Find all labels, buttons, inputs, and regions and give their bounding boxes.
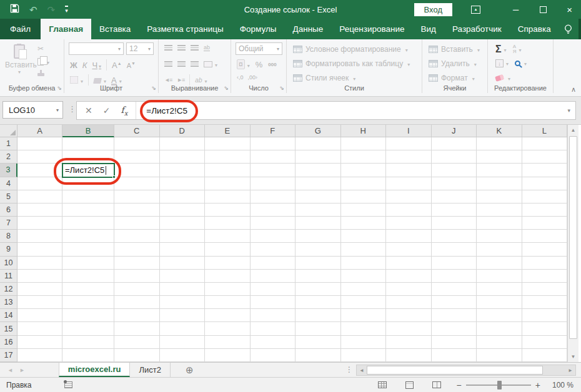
cut-icon[interactable]: ✂	[37, 44, 49, 53]
align-top-icon[interactable]	[164, 45, 172, 51]
cell-L5[interactable]	[522, 190, 568, 203]
cell-D2[interactable]	[160, 150, 206, 164]
cell-H13[interactable]	[341, 296, 387, 309]
cell-D13[interactable]	[160, 296, 206, 309]
format-painter-icon[interactable]	[37, 73, 44, 76]
cell-F11[interactable]	[251, 270, 296, 283]
cell-L11[interactable]	[522, 270, 568, 283]
cell-B4[interactable]	[62, 177, 114, 190]
cell-G13[interactable]	[295, 296, 341, 309]
cell-H9[interactable]	[341, 243, 387, 256]
sheet-tab-Лист2[interactable]: Лист2	[130, 363, 170, 377]
font-color-dropdown-arrow[interactable]	[118, 76, 122, 85]
comma-style-icon[interactable]: 000	[268, 62, 276, 67]
tab-insert[interactable]: Вставка	[91, 19, 139, 39]
cell-J15[interactable]	[432, 322, 477, 335]
tab-view[interactable]: Вид	[413, 19, 444, 39]
cell-E6[interactable]	[205, 203, 251, 217]
cell-I6[interactable]	[386, 203, 432, 217]
wrap-text-icon[interactable]: ab	[204, 44, 210, 51]
row-header-4[interactable]: 4	[0, 177, 17, 190]
cell-A8[interactable]	[17, 230, 62, 243]
cell-A16[interactable]	[17, 336, 62, 349]
cell-J8[interactable]	[432, 230, 477, 243]
zoom-out-button[interactable]: −	[452, 380, 466, 390]
cell-K1[interactable]	[477, 137, 522, 150]
cell-J14[interactable]	[432, 309, 477, 322]
cell-F2[interactable]	[251, 150, 296, 164]
row-header-8[interactable]: 8	[0, 230, 17, 243]
cell-C1[interactable]	[114, 137, 160, 150]
new-sheet-icon[interactable]: ⊕	[186, 363, 194, 377]
column-header-E[interactable]: E	[205, 125, 251, 137]
formula-text[interactable]: =Лист2!C5	[136, 106, 187, 115]
cell-K6[interactable]	[477, 203, 522, 217]
collapse-ribbon-icon[interactable]: ∧	[571, 86, 576, 94]
cell-J2[interactable]	[432, 150, 477, 164]
cell-E12[interactable]	[205, 283, 251, 296]
cell-G14[interactable]	[295, 309, 341, 322]
row-header-9[interactable]: 9	[0, 243, 17, 256]
fill-color-icon[interactable]	[93, 78, 102, 84]
font-size-combobox[interactable]: 12▾	[126, 42, 154, 55]
cell-C2[interactable]	[114, 150, 160, 164]
clipboard-dialog-launcher-icon[interactable]: ⇘	[57, 85, 62, 91]
grow-font-button[interactable]: А▲	[112, 61, 122, 70]
zoom-slider-thumb[interactable]	[497, 381, 502, 390]
cell-G17[interactable]	[295, 349, 341, 362]
cell-E10[interactable]	[205, 257, 251, 270]
alignment-dialog-launcher-icon[interactable]: ⇘	[224, 85, 229, 91]
cell-H1[interactable]	[341, 137, 387, 150]
font-name-combobox[interactable]: ▾	[69, 42, 124, 55]
column-header-C[interactable]: C	[114, 125, 160, 137]
cell-G6[interactable]	[295, 203, 341, 217]
font-size-dropdown-arrow[interactable]: ▾	[148, 46, 151, 52]
cell-C16[interactable]	[114, 336, 160, 349]
paste-button[interactable]: Вставить ▾	[5, 44, 34, 75]
format-as-table-item[interactable]: Форматировать как таблицу	[293, 59, 410, 68]
cell-H6[interactable]	[341, 203, 387, 217]
cell-D17[interactable]	[160, 349, 206, 362]
sheet-tab-microexcel.ru[interactable]: microexcel.ru	[59, 363, 131, 377]
column-header-B[interactable]: B	[62, 125, 114, 137]
merge-dropdown-arrow[interactable]	[214, 59, 217, 69]
cell-C11[interactable]	[114, 270, 160, 283]
cell-J13[interactable]	[432, 296, 477, 309]
font-color-icon[interactable]: А	[111, 76, 117, 85]
cell-L1[interactable]	[522, 137, 568, 150]
cell-J11[interactable]	[432, 270, 477, 283]
row-header-5[interactable]: 5	[0, 190, 17, 203]
cell-L12[interactable]	[522, 283, 568, 296]
cell-K11[interactable]	[477, 270, 522, 283]
cell-J5[interactable]	[432, 190, 477, 203]
cell-J4[interactable]	[432, 177, 477, 190]
cell-G9[interactable]	[295, 243, 341, 256]
cell-F8[interactable]	[251, 230, 296, 243]
cell-C13[interactable]	[114, 296, 160, 309]
cell-B16[interactable]	[62, 336, 114, 349]
cell-C12[interactable]	[114, 283, 160, 296]
prev-sheet-icon[interactable]: ◄	[7, 367, 13, 373]
cell-H8[interactable]	[341, 230, 387, 243]
cell-H15[interactable]	[341, 322, 387, 335]
cell-styles-item[interactable]: Стили ячеек	[293, 74, 355, 82]
cell-K5[interactable]	[477, 190, 522, 203]
tab-assistant[interactable]: Помощн	[579, 19, 581, 39]
cell-H2[interactable]	[341, 150, 387, 164]
select-all-corner[interactable]	[0, 125, 17, 137]
copy-icon[interactable]	[37, 58, 44, 66]
save-icon[interactable]	[10, 4, 19, 15]
cell-K7[interactable]	[477, 217, 522, 230]
paste-dropdown-arrow[interactable]: ▾	[5, 69, 34, 75]
row-header-7[interactable]: 7	[0, 217, 17, 230]
cell-A4[interactable]	[17, 177, 62, 190]
expand-formula-bar-icon[interactable]: ▾	[567, 107, 570, 114]
cell-A10[interactable]	[17, 257, 62, 270]
cell-A1[interactable]	[17, 137, 62, 150]
column-header-K[interactable]: K	[477, 125, 522, 137]
conditional-formatting-item[interactable]: Условное форматирование	[293, 45, 408, 54]
tab-file[interactable]: Файл	[0, 19, 41, 39]
cell-D10[interactable]	[160, 257, 206, 270]
cell-J16[interactable]	[432, 336, 477, 349]
cell-E8[interactable]	[205, 230, 251, 243]
